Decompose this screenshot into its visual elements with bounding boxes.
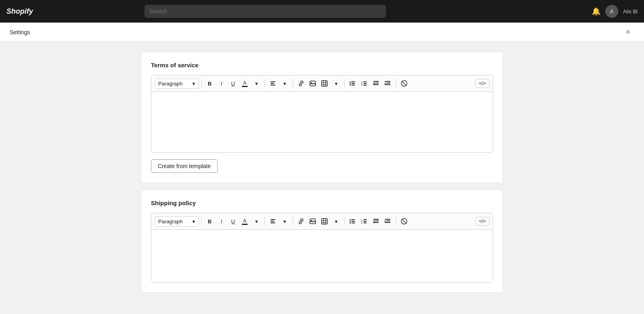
shipping-list-group: 1. 2. 3.	[347, 216, 393, 227]
svg-rect-32	[270, 223, 275, 223]
svg-rect-1	[270, 83, 274, 84]
shipping-table-icon	[321, 218, 328, 225]
svg-rect-21	[363, 85, 367, 85]
shipping-clear-format-icon	[401, 218, 407, 225]
svg-rect-49	[363, 219, 367, 220]
ordered-list-button[interactable]: 1. 2. 3.	[359, 78, 370, 89]
link-button[interactable]	[295, 78, 307, 89]
shipping-clear-format-button[interactable]	[398, 216, 410, 227]
image-button[interactable]	[307, 78, 318, 89]
top-bar-right: 🔔 A Alix Bl	[592, 5, 638, 18]
divider-3	[293, 79, 293, 87]
shipping-indent-decrease-button[interactable]	[370, 216, 382, 227]
svg-line-59	[402, 219, 406, 223]
search-container	[144, 5, 386, 18]
svg-rect-52	[373, 219, 379, 220]
image-icon	[310, 80, 316, 87]
shipping-table-button[interactable]	[319, 216, 330, 227]
shipping-align-dropdown-button[interactable]: ▾	[279, 216, 290, 227]
link-icon	[298, 80, 304, 87]
divider-5	[396, 79, 396, 87]
list-group: 1. 2. 3.	[347, 78, 393, 89]
align-dropdown-button[interactable]: ▾	[279, 78, 290, 89]
paragraph-select[interactable]: Paragraph ▾	[155, 79, 199, 89]
table-button[interactable]	[319, 78, 330, 89]
italic-button[interactable]: I	[216, 78, 227, 89]
svg-rect-26	[386, 83, 390, 83]
insert-group: ▾	[295, 78, 342, 89]
table-icon	[321, 80, 328, 87]
source-code-button[interactable]: </>	[475, 79, 489, 88]
color-button[interactable]: A	[239, 78, 250, 89]
color-dropdown-button[interactable]: ▾	[251, 78, 262, 89]
shipping-bullet-list-button[interactable]	[347, 216, 358, 227]
svg-rect-45	[351, 223, 355, 223]
shipping-insert-group: ▾	[295, 216, 342, 227]
shipping-source-code-button[interactable]: </>	[475, 217, 489, 226]
terms-of-service-section: Terms of service Paragraph ▾ B I U A	[141, 52, 503, 183]
indent-increase-button[interactable]	[382, 78, 393, 89]
svg-rect-15	[351, 85, 355, 85]
shipping-divider-3	[293, 217, 293, 225]
shipping-link-button[interactable]	[295, 216, 307, 227]
shipping-divider-2	[264, 217, 265, 225]
shipping-bold-button[interactable]: B	[204, 216, 215, 227]
svg-rect-20	[363, 83, 367, 84]
terms-of-service-heading: Terms of service	[151, 62, 493, 69]
shipping-align-button[interactable]	[267, 216, 279, 227]
clear-format-button[interactable]	[398, 78, 410, 89]
svg-rect-50	[363, 221, 367, 222]
svg-text:3.: 3.	[361, 222, 363, 224]
svg-rect-14	[351, 83, 355, 84]
svg-rect-53	[375, 220, 379, 221]
avatar[interactable]: A	[605, 5, 618, 18]
bullet-list-button[interactable]	[347, 78, 358, 89]
shipping-table-dropdown-button[interactable]: ▾	[330, 216, 342, 227]
bell-icon[interactable]: 🔔	[592, 7, 601, 16]
shipping-align-icon	[270, 218, 276, 224]
text-format-group: B I U A ▾	[204, 78, 262, 89]
shipping-text-format-group: B I U A ▾	[204, 216, 262, 227]
terms-editor-body[interactable]	[151, 92, 493, 152]
shipping-image-button[interactable]	[307, 216, 318, 227]
paragraph-select-label: Paragraph	[158, 81, 183, 87]
divider-1	[201, 79, 202, 87]
svg-point-42	[350, 223, 351, 224]
shipping-paragraph-select-chevron: ▾	[192, 218, 195, 225]
svg-text:3.: 3.	[361, 84, 363, 86]
search-input[interactable]	[144, 5, 386, 18]
svg-point-40	[350, 219, 351, 220]
svg-rect-43	[351, 219, 355, 220]
bullet-list-icon	[349, 81, 356, 86]
divider-4	[344, 79, 345, 87]
shipping-indent-increase-icon	[384, 218, 391, 224]
shipping-underline-button[interactable]: U	[227, 216, 239, 227]
indent-decrease-button[interactable]	[370, 78, 382, 89]
shipping-color-indicator	[242, 224, 248, 225]
terms-editor-toolbar: Paragraph ▾ B I U A ▾	[151, 75, 493, 92]
shipping-color-button[interactable]: A	[239, 216, 250, 227]
align-button[interactable]	[267, 78, 279, 89]
underline-button[interactable]: U	[227, 78, 239, 89]
svg-point-10	[350, 81, 351, 83]
close-button[interactable]: ×	[621, 26, 634, 39]
indent-decrease-icon	[373, 81, 379, 86]
bold-button[interactable]: B	[204, 78, 215, 89]
shipping-align-group: ▾	[267, 216, 290, 227]
table-dropdown-button[interactable]: ▾	[330, 78, 342, 89]
align-group: ▾	[267, 78, 290, 89]
svg-point-11	[350, 83, 351, 84]
shipping-paragraph-select[interactable]: Paragraph ▾	[155, 216, 199, 227]
create-from-template-button[interactable]: Create from template	[151, 159, 218, 173]
svg-rect-54	[373, 222, 379, 223]
svg-line-29	[402, 81, 406, 85]
shipping-italic-button[interactable]: I	[216, 216, 227, 227]
svg-rect-13	[351, 81, 355, 82]
shipping-editor-toolbar: Paragraph ▾ B I U A ▾	[151, 213, 493, 230]
divider-2	[264, 79, 265, 87]
shipping-indent-increase-button[interactable]	[382, 216, 393, 227]
shipping-editor-body[interactable]	[151, 230, 493, 282]
svg-rect-55	[385, 219, 390, 220]
shipping-color-dropdown-button[interactable]: ▾	[251, 216, 262, 227]
shipping-ordered-list-button[interactable]: 1. 2. 3.	[359, 216, 370, 227]
